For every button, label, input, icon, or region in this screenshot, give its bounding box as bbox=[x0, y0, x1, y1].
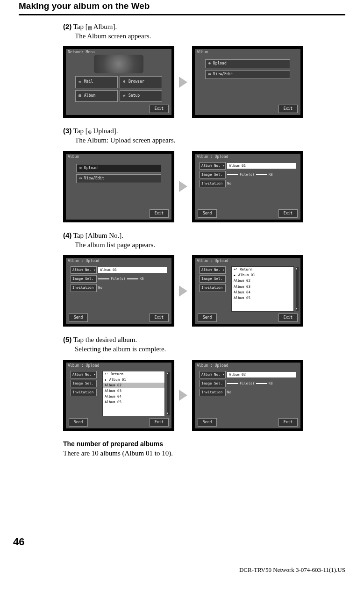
image-sel-value: File(s)KB bbox=[227, 172, 296, 177]
album-no-label: Album No. bbox=[201, 164, 221, 168]
step-5-num: (5) bbox=[63, 335, 71, 343]
step-5-text: Tap the desired album. bbox=[73, 336, 137, 343]
album-no-label: Album No. bbox=[72, 268, 92, 272]
kb-label: KB bbox=[140, 277, 144, 281]
album-no-button[interactable]: Album No. ▸ bbox=[71, 371, 97, 378]
album-icon: ▤ bbox=[78, 93, 82, 99]
setup-button[interactable]: ⚒Setup bbox=[120, 90, 162, 102]
scroll-indicator[interactable] bbox=[167, 372, 170, 415]
globe-icon: ⊕ bbox=[122, 79, 127, 85]
invitation-button[interactable]: Invitation bbox=[200, 284, 226, 292]
page-title: Making your album on the Web bbox=[19, 0, 345, 15]
image-sel-button[interactable]: Image Sel. bbox=[71, 275, 97, 283]
step-2-text-a: Tap [ bbox=[73, 23, 88, 30]
list-item[interactable]: Album 05 bbox=[232, 295, 293, 301]
step-4-sub: The album list page appears. bbox=[63, 240, 345, 249]
exit-button[interactable]: Exit bbox=[278, 313, 298, 322]
album-dropdown: Return Album 01 Album 02 Album 03 Album … bbox=[231, 266, 294, 312]
screenshot-upload-02: Album : Upload Album No. ▸ Album 02 Imag… bbox=[192, 360, 303, 431]
exit-button[interactable]: Exit bbox=[278, 418, 298, 427]
mail-button[interactable]: ✉Mail bbox=[75, 76, 118, 88]
list-item[interactable]: Album 03 bbox=[103, 388, 164, 394]
footer-id: DCR-TRV50 Network 3-074-603-11(1).US bbox=[239, 566, 345, 574]
invitation-button[interactable]: Invitation bbox=[200, 389, 226, 396]
send-button[interactable]: Send bbox=[198, 209, 217, 218]
files-label: File(s) bbox=[240, 381, 255, 386]
list-item[interactable]: Album 05 bbox=[103, 399, 164, 405]
note-heading: The number of prepared albums bbox=[63, 440, 345, 449]
album-button[interactable]: ▤Album bbox=[75, 90, 118, 102]
step-4: (4) Tap [Album No.]. The album list page… bbox=[63, 231, 345, 250]
upload-button[interactable]: ⊕Upload bbox=[205, 59, 290, 68]
list-item[interactable]: Album 01 bbox=[232, 272, 293, 278]
image-sel-button[interactable]: Image Sel. bbox=[200, 275, 226, 283]
screenshot-network-menu: Network Menu ✉Mail ⊕Browser ▤Album ⚒Setu… bbox=[63, 46, 174, 118]
image-sel-button[interactable]: Image Sel. bbox=[200, 380, 226, 387]
step-2-text-b: Album]. bbox=[92, 23, 117, 30]
album-no-button[interactable]: Album No. ▸ bbox=[200, 162, 226, 170]
arrow-icon bbox=[179, 285, 187, 297]
arrow-icon bbox=[179, 181, 187, 192]
nm-graphic bbox=[94, 55, 143, 73]
viewedit-label: View/Edit bbox=[213, 72, 233, 77]
invitation-button[interactable]: Invitation bbox=[71, 389, 97, 396]
image-sel-button[interactable]: Image Sel. bbox=[200, 171, 226, 178]
viewedit-button[interactable]: ▭View/Edit bbox=[76, 174, 161, 183]
screenshot-album-menu: Album ⊕Upload ▭View/Edit Exit bbox=[192, 46, 303, 118]
send-button[interactable]: Send bbox=[69, 313, 88, 322]
list-item[interactable]: Album 02 bbox=[103, 383, 164, 388]
album-no-value: Album 01 bbox=[98, 267, 167, 273]
list-item[interactable]: Album 03 bbox=[232, 284, 293, 290]
book-icon: ▭ bbox=[208, 72, 211, 77]
album-no-button[interactable]: Album No. ▸ bbox=[200, 371, 226, 378]
files-label: File(s) bbox=[240, 172, 255, 177]
step-2-screens: Network Menu ✉Mail ⊕Browser ▤Album ⚒Setu… bbox=[63, 46, 345, 118]
list-item[interactable]: Album 04 bbox=[232, 290, 293, 295]
step-4-text: Tap [Album No.]. bbox=[73, 232, 123, 239]
image-sel-value: File(s)KB bbox=[227, 381, 296, 386]
upload-icon: ⊕ bbox=[208, 61, 211, 66]
mail-icon: ✉ bbox=[78, 79, 82, 85]
step-3-screens: Album ⊕Upload ▭View/Edit Exit Album : Up… bbox=[63, 151, 345, 222]
list-item[interactable]: Album 02 bbox=[232, 278, 293, 284]
album-icon: ▤ bbox=[88, 25, 92, 31]
kb-label: KB bbox=[269, 172, 273, 177]
step-3: (3) Tap [⊕ Upload]. The Album: Upload sc… bbox=[63, 126, 345, 145]
exit-button[interactable]: Exit bbox=[278, 209, 298, 218]
mail-label: Mail bbox=[84, 79, 93, 85]
upload-icon: ⊕ bbox=[88, 129, 92, 135]
screen-title: Album : Upload bbox=[197, 155, 228, 160]
upload-label: Upload bbox=[84, 166, 98, 171]
scroll-indicator[interactable] bbox=[296, 267, 299, 311]
exit-button[interactable]: Exit bbox=[150, 418, 169, 427]
album-no-button[interactable]: Album No. ▸ bbox=[200, 266, 226, 274]
album-no-label: Album No. bbox=[201, 372, 221, 377]
viewedit-button[interactable]: ▭View/Edit bbox=[205, 70, 290, 79]
album-no-button[interactable]: Album No. ▸ bbox=[71, 266, 97, 274]
list-item[interactable]: Album 01 bbox=[103, 377, 164, 383]
files-label: File(s) bbox=[111, 277, 126, 281]
album-no-label: Album No. bbox=[72, 372, 92, 377]
browser-button[interactable]: ⊕Browser bbox=[120, 76, 162, 88]
exit-button[interactable]: Exit bbox=[150, 209, 169, 218]
exit-button[interactable]: Exit bbox=[278, 105, 298, 113]
image-sel-button[interactable]: Image Sel. bbox=[71, 380, 97, 387]
send-button[interactable]: Send bbox=[198, 313, 217, 322]
upload-icon: ⊕ bbox=[79, 166, 82, 171]
invitation-button[interactable]: Invitation bbox=[71, 284, 97, 292]
invitation-button[interactable]: Invitation bbox=[200, 180, 226, 187]
album-dropdown: Return Album 01 Album 02 Album 03 Album … bbox=[102, 371, 165, 416]
album-no-value: Album 01 bbox=[227, 163, 296, 169]
send-button[interactable]: Send bbox=[69, 418, 88, 427]
list-item[interactable]: Album 04 bbox=[103, 394, 164, 399]
return-item[interactable]: Return bbox=[232, 267, 293, 272]
browser-label: Browser bbox=[128, 79, 144, 85]
setup-icon: ⚒ bbox=[122, 93, 127, 99]
step-5-screens: Album : Upload Album No. ▸ Image Sel. In… bbox=[63, 360, 345, 431]
send-button[interactable]: Send bbox=[198, 418, 217, 427]
screenshot-album-list: Album : Upload Album No. ▸ Image Sel. In… bbox=[192, 255, 303, 327]
upload-button[interactable]: ⊕Upload bbox=[76, 164, 161, 173]
return-item[interactable]: Return bbox=[103, 371, 164, 377]
exit-button[interactable]: Exit bbox=[150, 313, 169, 322]
exit-button[interactable]: Exit bbox=[150, 105, 169, 113]
